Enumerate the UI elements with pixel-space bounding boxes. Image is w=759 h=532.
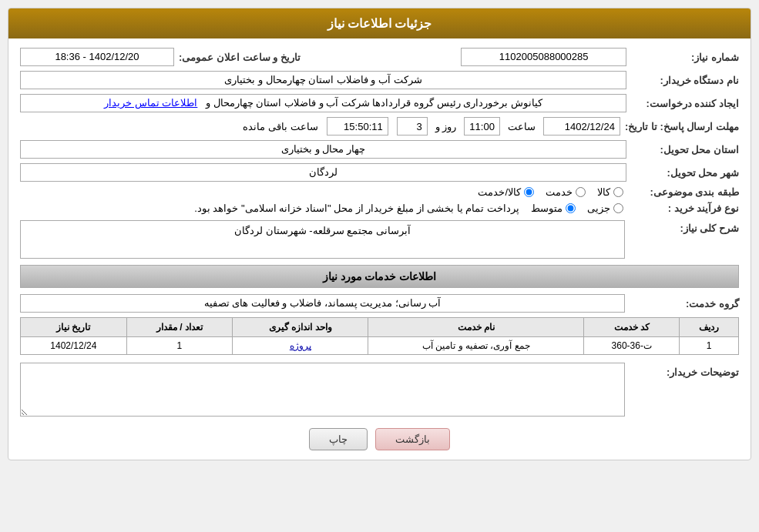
row-service-name: جمع آوری، تصفیه و تامین آب	[368, 337, 584, 355]
requester-value: کیانوش برخورداری رئیس گروه قراردادها شرک…	[20, 94, 626, 112]
row-number: 1	[680, 337, 739, 355]
process-type-label: نوع فرآیند خرید :	[631, 202, 739, 214]
category-options: کالا خدمت کالا/خدمت	[478, 186, 623, 198]
province-label: استان محل تحویل:	[631, 144, 739, 156]
row-date: 1402/12/24	[21, 337, 127, 355]
general-desc-value: آبرسانی مجتمع سرقلعه- شهرستان لردگان	[234, 225, 411, 236]
category-kala[interactable]: کالا	[597, 186, 623, 198]
time-label: ساعت	[508, 121, 536, 132]
remaining-label: ساعت باقی مانده	[243, 121, 317, 132]
requester-label: ایجاد کننده درخواست:	[631, 98, 739, 109]
process-type-options: جزیی متوسط پرداخت تمام یا بخشی از مبلغ خ…	[20, 202, 623, 214]
buyer-notes-textarea[interactable]	[20, 363, 625, 417]
row-unit[interactable]: پروژه	[233, 337, 368, 355]
deadline-time: 11:00	[464, 117, 500, 136]
button-row: بازگشت چاپ	[20, 428, 739, 450]
contact-info-link[interactable]: اطلاعات تماس خریدار	[104, 97, 197, 109]
services-table: ردیف کد خدمت نام خدمت واحد اندازه گیری ت…	[20, 317, 739, 355]
remaining-value: 15:50:11	[327, 117, 388, 136]
buyer-org-value: شرکت آب و فاضلاب استان چهارمحال و بختیار…	[20, 71, 626, 89]
col-date: تاریخ نیاز	[21, 318, 127, 337]
need-number-value: 1102005088000285	[461, 48, 626, 66]
process-motavasseet[interactable]: متوسط	[531, 202, 576, 214]
col-row: ردیف	[680, 318, 739, 337]
page-title: جزئیات اطلاعات نیاز	[8, 8, 751, 38]
category-kala-khadamat[interactable]: کالا/خدمت	[478, 186, 534, 198]
day-value: 3	[397, 117, 428, 136]
col-count: تعداد / مقدار	[126, 318, 233, 337]
table-row: 1 ت-36-360 جمع آوری، تصفیه و تامین آب پر…	[21, 337, 739, 355]
general-desc-label: شرح کلی نیاز:	[631, 220, 739, 234]
print-button[interactable]: چاپ	[309, 428, 368, 450]
col-name: نام خدمت	[368, 318, 584, 337]
city-value: لردگان	[20, 163, 626, 182]
deadline-date: 1402/12/24	[543, 117, 620, 136]
category-khadamat[interactable]: خدمت	[546, 186, 586, 198]
process-description: پرداخت تمام یا بخشی از مبلغ خریدار از مح…	[20, 202, 519, 214]
process-jozyi[interactable]: جزیی	[587, 202, 623, 214]
col-code: کد خدمت	[584, 318, 680, 337]
row-count: 1	[126, 337, 233, 355]
announcement-label: تاریخ و ساعت اعلان عمومی:	[179, 52, 301, 63]
buyer-org-label: نام دستگاه خریدار:	[631, 75, 739, 86]
services-section-title: اطلاعات خدمات مورد نیاز	[20, 265, 739, 288]
col-unit: واحد اندازه گیری	[233, 318, 368, 337]
announcement-value: 1402/12/20 - 18:36	[20, 48, 174, 66]
back-button[interactable]: بازگشت	[375, 428, 450, 450]
deadline-label: مهلت ارسال پاسخ: تا تاریخ:	[625, 121, 739, 132]
city-label: شهر محل تحویل:	[631, 167, 739, 179]
group-service-label: گروه خدمت:	[631, 298, 739, 309]
buyer-notes-label: توضیحات خریدار:	[631, 363, 739, 378]
need-number-label: شماره نیاز:	[631, 52, 739, 63]
category-label: طبقه بندی موضوعی:	[631, 186, 739, 198]
row-code: ت-36-360	[584, 337, 680, 355]
province-value: چهار محال و بختیاری	[20, 140, 626, 159]
day-label: روز و	[435, 121, 457, 132]
group-service-value: آب رسانی؛ مدیریت پسماند، فاضلاب و فعالیت…	[20, 294, 625, 313]
